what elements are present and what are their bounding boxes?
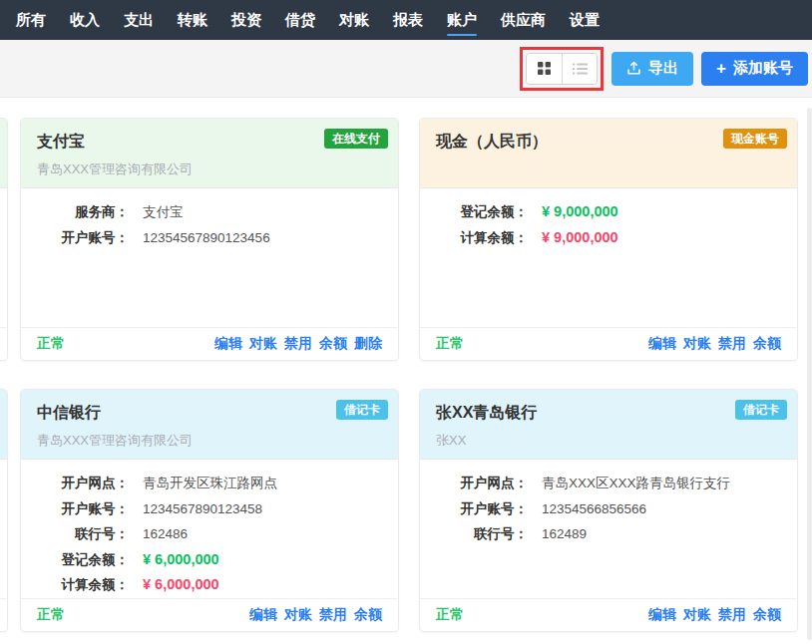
account-card: 现金（人民币） 现金账号 登记余额：¥ 9,000,000计算余额：¥ 9,00… (419, 118, 798, 361)
view-toggle-group (526, 53, 598, 85)
card-footer: 正常 编辑对账禁用余额删除 (21, 327, 398, 360)
status-badge: 正常 (37, 335, 65, 353)
account-card: 中信银行 青岛XXX管理咨询有限公司 借记卡 开户网点：青岛开发区珠江路网点开户… (20, 389, 399, 632)
card-body: 开户网点：青岛开发区珠江路网点开户账号：1234567890123458联行号：… (21, 460, 398, 598)
field-label: 联行号： (436, 521, 528, 547)
annotation-highlight-box (520, 47, 604, 91)
card-header (0, 119, 7, 188)
field-row: 登记余额：¥ 6,000,000 (37, 547, 382, 573)
nav-item-report[interactable]: 报表 (381, 0, 435, 40)
toolbar: 导出 + 添加账号 (0, 40, 812, 98)
field-row: 计算余额：¥ 6,000,000 (37, 572, 382, 598)
card-header: 中信银行 青岛XXX管理咨询有限公司 借记卡 (21, 390, 398, 460)
add-account-button[interactable]: + 添加账号 (701, 52, 808, 86)
card-footer (0, 327, 8, 360)
field-label: 计算余额： (436, 225, 528, 251)
nav-item-expense[interactable]: 支出 (112, 0, 166, 40)
field-value: ¥ 6,000,000 (143, 547, 219, 573)
grid-icon (538, 62, 551, 75)
field-value: ¥ 9,000,000 (542, 225, 618, 251)
action-reconcile[interactable]: 对账 (683, 335, 711, 353)
card-actions: 编辑对账禁用余额 (648, 606, 781, 624)
action-balance[interactable]: 余额 (354, 606, 382, 624)
card-header: 支付宝 青岛XXX管理咨询有限公司 在线支付 (21, 119, 398, 188)
field-label: 计算余额： (37, 572, 129, 598)
grid-view-button[interactable] (527, 54, 562, 84)
card-body: 登记余额：¥ 9,000,000计算余额：¥ 9,000,000 (420, 188, 797, 327)
list-view-button[interactable] (562, 54, 597, 84)
nav-item-transfer[interactable]: 转账 (166, 0, 219, 40)
card-footer: 正常 编辑对账禁用余额 (420, 598, 797, 631)
card-header: 张XX青岛银行 张XX 借记卡 (420, 390, 797, 460)
card-actions: 编辑对账禁用余额 (249, 606, 382, 624)
field-label: 登记余额： (37, 547, 129, 573)
action-disable[interactable]: 禁用 (319, 606, 347, 624)
top-nav: 所有收入支出转账投资借贷对账报表账户供应商设置 (0, 0, 812, 40)
action-edit[interactable]: 编辑 (249, 606, 277, 624)
account-type-badge: 在线支付 (324, 129, 388, 149)
field-row: 服务商：支付宝 (37, 199, 382, 225)
action-edit[interactable]: 编辑 (648, 606, 676, 624)
account-cards-grid: 支付宝 青岛XXX管理咨询有限公司 在线支付 服务商：支付宝开户账号：12354… (20, 118, 812, 632)
card-body (0, 460, 8, 598)
partial-card (0, 118, 8, 361)
action-balance[interactable]: 余额 (319, 335, 347, 353)
action-balance[interactable]: 余额 (753, 335, 781, 353)
field-value: 青岛开发区珠江路网点 (143, 471, 277, 496)
nav-item-investment[interactable]: 投资 (219, 0, 273, 40)
field-label: 开户网点： (37, 471, 129, 496)
nav-item-income[interactable]: 收入 (58, 0, 112, 40)
field-row: 联行号：162489 (436, 521, 781, 547)
action-edit[interactable]: 编辑 (648, 335, 676, 353)
field-value: 支付宝 (143, 199, 184, 225)
action-reconcile[interactable]: 对账 (683, 606, 711, 624)
field-row: 开户网点：青岛XXX区XXX路青岛银行支行 (436, 471, 781, 496)
nav-item-account[interactable]: 账户 (435, 0, 489, 40)
account-title: 中信银行 (37, 403, 382, 424)
field-label: 开户账号： (37, 225, 129, 251)
action-disable[interactable]: 禁用 (284, 335, 312, 353)
status-badge: 正常 (436, 606, 464, 624)
account-card: 支付宝 青岛XXX管理咨询有限公司 在线支付 服务商：支付宝开户账号：12354… (20, 118, 399, 361)
account-card: 张XX青岛银行 张XX 借记卡 开户网点：青岛XXX区XXX路青岛银行支行开户账… (419, 389, 798, 632)
field-value: ¥ 6,000,000 (143, 572, 219, 598)
action-reconcile[interactable]: 对账 (249, 335, 277, 353)
action-delete[interactable]: 删除 (354, 335, 382, 353)
export-button[interactable]: 导出 (611, 52, 693, 86)
account-title: 张XX青岛银行 (436, 403, 781, 424)
action-disable[interactable]: 禁用 (718, 335, 746, 353)
nav-item-settings[interactable]: 设置 (558, 0, 611, 40)
nav-item-loan[interactable]: 借贷 (273, 0, 327, 40)
card-header: 现金（人民币） 现金账号 (420, 119, 797, 188)
account-subtitle: 青岛XXX管理咨询有限公司 (37, 161, 382, 178)
card-footer (0, 598, 8, 631)
action-edit[interactable]: 编辑 (214, 335, 242, 353)
field-row: 开户网点：青岛开发区珠江路网点 (37, 471, 382, 496)
action-disable[interactable]: 禁用 (718, 606, 746, 624)
card-footer: 正常 编辑对账禁用余额 (420, 327, 797, 360)
nav-item-all[interactable]: 所有 (4, 0, 58, 40)
action-balance[interactable]: 余额 (753, 606, 781, 624)
status-badge: 正常 (436, 335, 464, 353)
card-actions: 编辑对账禁用余额删除 (214, 335, 382, 353)
scrollbar[interactable] (807, 108, 812, 640)
field-label: 开户账号： (436, 496, 528, 522)
field-label: 开户网点： (436, 471, 528, 496)
account-type-badge: 借记卡 (735, 400, 787, 420)
field-value: 162486 (143, 521, 188, 547)
card-header (0, 390, 7, 460)
field-label: 开户账号： (37, 496, 129, 522)
account-type-badge: 借记卡 (336, 400, 388, 420)
field-row: 登记余额：¥ 9,000,000 (436, 199, 781, 225)
card-body: 服务商：支付宝开户账号：12354567890123456 (21, 188, 398, 327)
account-subtitle: 青岛XXX管理咨询有限公司 (37, 432, 382, 450)
action-reconcile[interactable]: 对账 (284, 606, 312, 624)
status-badge: 正常 (37, 606, 65, 624)
account-subtitle: 张XX (436, 432, 781, 450)
card-actions: 编辑对账禁用余额 (648, 335, 781, 353)
nav-item-reconcile[interactable]: 对账 (327, 0, 381, 40)
field-value: 12354567890123456 (143, 225, 270, 251)
export-button-label: 导出 (648, 59, 678, 78)
content-area: 支付宝 青岛XXX管理咨询有限公司 在线支付 服务商：支付宝开户账号：12354… (0, 98, 812, 644)
nav-item-supplier[interactable]: 供应商 (489, 0, 558, 40)
